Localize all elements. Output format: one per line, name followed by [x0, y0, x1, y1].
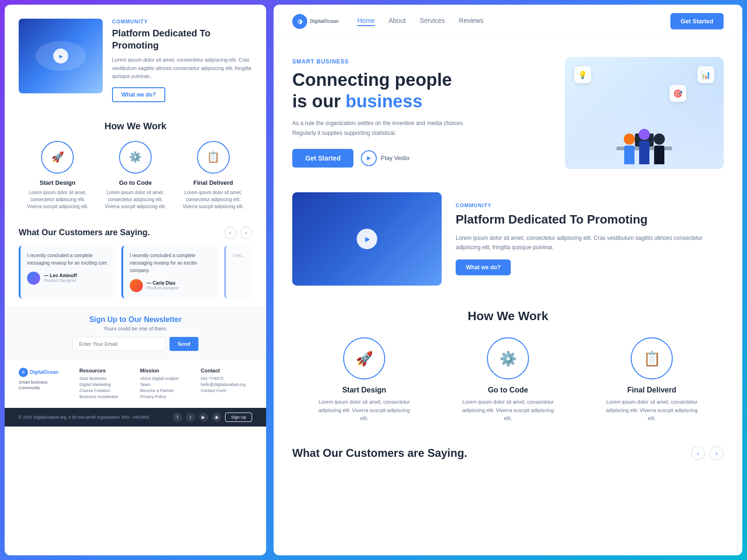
footer-contact-form: Contact Form — [201, 388, 252, 393]
prev-arrow[interactable]: ‹ — [224, 227, 236, 239]
hero-illustration: 📊 🎯 💡 — [565, 57, 724, 169]
rp-customers-title: What Our Customers are Saying. — [292, 447, 467, 460]
community-image — [19, 19, 103, 93]
rp-step-deliver-desc: Lorem ipsum dolor sit amet, consectetur … — [605, 398, 698, 423]
lp-customers-section: What Our Customers are Saying. ‹ › I rec… — [5, 219, 266, 306]
footer-resources-col: Resources Start Business Digital Marketi… — [79, 368, 131, 400]
what-we-do-button[interactable]: What we do? — [112, 87, 165, 102]
instagram-icon[interactable]: ◉ — [212, 413, 221, 422]
hero-title-line1: Connecting people — [292, 70, 452, 90]
step-code-icon: ⚙️ — [119, 141, 152, 174]
play-circle-icon: ▶ — [361, 150, 377, 166]
nav-link-reviews[interactable]: Reviews — [459, 17, 484, 26]
person-1 — [624, 133, 635, 164]
customers-header: What Our Customers are Saying. ‹ › — [19, 227, 252, 239]
send-button[interactable]: Send — [169, 337, 199, 351]
rp-step-code-icon: ⚙️ — [487, 337, 529, 379]
rp-step-design-icon: 🚀 — [343, 337, 385, 379]
step-deliver-icon: 📋 — [197, 141, 230, 174]
play-button-medium[interactable] — [357, 229, 377, 249]
work-step-design: 🚀 Start Design Lorem ipsum dolor sit ame… — [25, 141, 90, 210]
footer-logo-text: DigitalOcean — [30, 370, 58, 375]
footer-logo: D DigitalOcean — [19, 368, 70, 377]
person-1-body — [624, 146, 634, 164]
community-title: Platform Dedicated To Promoting — [112, 27, 252, 51]
testimonial-3-partial: I rec... — [224, 245, 252, 299]
nav-link-services[interactable]: Services — [420, 17, 445, 26]
nav-link-about[interactable]: About — [389, 17, 406, 26]
rp-step-code-title: Go to Code — [461, 386, 555, 394]
hero-play-button[interactable]: ▶ Play Vedio — [361, 150, 409, 166]
rp-next-arrow[interactable]: › — [710, 446, 724, 460]
rp-community-section: COMMUNITY Platform Dedicated To Promotin… — [274, 183, 742, 295]
email-input[interactable] — [72, 337, 166, 351]
copyright-text: © 2021 DigitalAnalyst.org. A 50 non-prof… — [19, 415, 149, 420]
author-1-role: Product Designer — [44, 278, 77, 283]
step-code-title: Go to Code — [103, 179, 168, 186]
rp-step-code: ⚙️ Go to Code Lorem ipsum dolor sit amet… — [461, 337, 555, 423]
footer-mission-list: About Digital Analyst Team Become a Part… — [140, 376, 191, 399]
youtube-icon[interactable]: ▶ — [199, 413, 208, 422]
left-panel: COMMUNITY Platform Dedicated To Promotin… — [5, 5, 266, 555]
rp-step-code-desc: Lorem ipsum dolor sit amet, consectetur … — [461, 398, 555, 423]
author-2-info: — Carla Dias Product Designer — [147, 280, 179, 290]
right-panel: ◑ DigitalOcean Home About Services Revie… — [274, 5, 742, 555]
hero-get-started-button[interactable]: Get Started — [292, 149, 353, 168]
footer-resource-4: Business Accelerator — [79, 394, 131, 399]
float-icon-1: 📊 — [698, 66, 714, 83]
facebook-icon[interactable]: f — [173, 413, 182, 422]
rp-work-steps: 🚀 Start Design Lorem ipsum dolor sit ame… — [292, 337, 724, 423]
next-arrow[interactable]: › — [240, 227, 252, 239]
footer-section: D DigitalOcean Smart business Community … — [5, 360, 266, 408]
rp-step-deliver-icon: 📋 — [631, 337, 673, 379]
hero-tag: SMART BUSINESS — [292, 58, 488, 65]
work-step-deliver: 📋 Final Deliverd Lorem ipsum dolor sit a… — [181, 141, 246, 210]
lp-community-section: COMMUNITY Platform Dedicated To Promotin… — [5, 5, 266, 112]
rp-step-deliver: 📋 Final Deliverd Lorem ipsum dolor sit a… — [605, 337, 698, 423]
hero-title: Connecting people is our business — [292, 70, 488, 112]
footer-resource-2: Digital Marketing — [79, 382, 131, 387]
nav-link-home[interactable]: Home — [357, 17, 374, 26]
signup-button[interactable]: Sign Up — [225, 413, 252, 422]
newsletter-subtitle: Yours could be one of them. — [19, 326, 252, 331]
footer-email: hello@digitalanalyst.org — [201, 382, 252, 387]
author-1-name: — Leo Aminoff — [44, 273, 77, 278]
how-we-work-title: How We Work — [19, 121, 252, 132]
testimonial-nav: ‹ › — [224, 227, 252, 239]
play-button-small[interactable] — [53, 49, 68, 63]
float-icon-3: 💡 — [574, 66, 591, 83]
twitter-icon[interactable]: t — [186, 413, 195, 422]
community-tag-rp: COMMUNITY — [456, 203, 724, 208]
testimonials-list: I recently concluded a complete messagin… — [19, 245, 252, 299]
newsletter-section: Sign Up to Our Newsletter Yours could be… — [5, 306, 266, 360]
community-tag: COMMUNITY — [112, 19, 252, 24]
work-step-code: ⚙️ Go to Code Lorem ipsum dolor sit amet… — [103, 141, 168, 210]
rp-step-design-title: Start Design — [317, 386, 411, 394]
logo-text: DigitalOcean — [310, 19, 338, 24]
nav-get-started-button[interactable]: Get Started — [670, 13, 724, 29]
step-deliver-desc: Lorem ipsum dolor sit amet, consectetur … — [181, 189, 246, 210]
footer-mission-title: Mission — [140, 368, 191, 373]
testimonial-1-text: I recently concluded a complete messagin… — [27, 252, 109, 267]
footer-brand-tag2: Community — [19, 385, 70, 390]
testimonial-1: I recently concluded a complete messagin… — [19, 245, 116, 299]
customers-title: What Our Customers are Saying. — [19, 228, 150, 238]
newsletter-title: Sign Up to Our Newsletter — [19, 315, 252, 324]
hero-desc: As a rule the organization settles on th… — [292, 119, 488, 138]
person-3-body — [654, 146, 664, 164]
people-illustration — [624, 129, 665, 164]
what-we-do-button-rp[interactable]: What we do? — [456, 259, 511, 275]
author-1-avatar — [27, 272, 40, 285]
hero-play-label: Play Vedio — [381, 154, 409, 161]
author-2-role: Product Designer — [147, 286, 179, 290]
author-1-info: — Leo Aminoff Product Designer — [44, 273, 77, 283]
person-3 — [654, 133, 665, 164]
footer-resources-list: Start Business Digital Marketing Course … — [79, 376, 131, 399]
footer-mission-2: Team — [140, 382, 191, 387]
hero-title-line2: is our — [292, 91, 345, 111]
testimonial-2-author: — Carla Dias Product Designer — [130, 279, 212, 292]
rp-prev-arrow[interactable]: ‹ — [691, 446, 705, 460]
hero-section: SMART BUSINESS Connecting people is our … — [274, 38, 742, 183]
step-design-icon: 🚀 — [41, 141, 74, 174]
footer-resources-title: Resources — [79, 368, 131, 373]
